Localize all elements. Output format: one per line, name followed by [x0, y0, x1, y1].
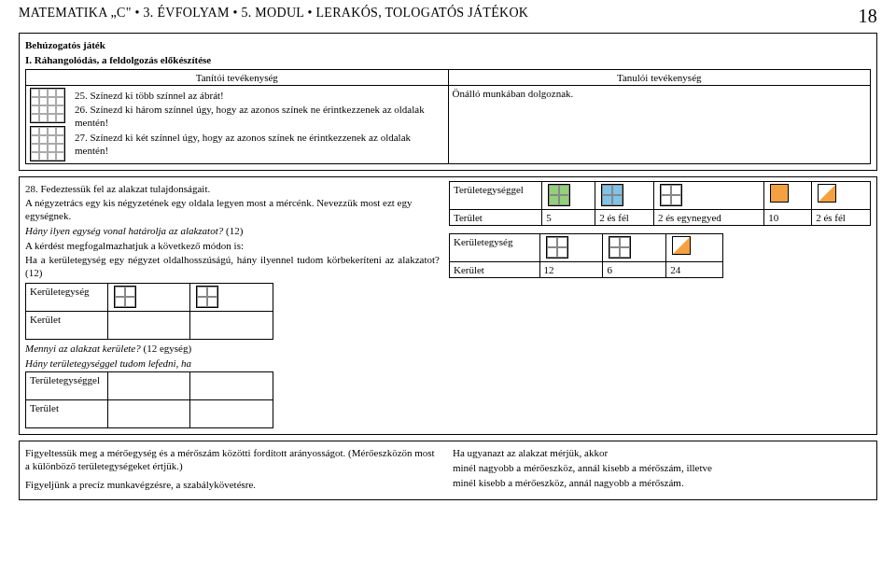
task-26: 26. Színezd ki három színnel úgy, hogy a… — [75, 104, 444, 130]
game-title: Behúzogatós játék — [25, 39, 871, 52]
s3-r3: minél kisebb a mérőeszköz, annál nagyobb… — [453, 477, 871, 490]
left-kerulet-table: Kerület — [25, 311, 273, 340]
s2-p3i: Hány ilyen egység vonal határolja az ala… — [25, 225, 223, 236]
s2-p7: Hány területegységgel tudom lefedni, ha — [25, 357, 440, 371]
shape-orange-sq — [764, 181, 812, 209]
s2-p4: A kérdést megfogalmazhatjuk a következő … — [25, 240, 440, 253]
shape-orange-tri — [812, 181, 871, 209]
s2-p6i: Mennyi az alakzat kerülete? — [25, 343, 141, 354]
grid-figure-1 — [30, 88, 65, 123]
s2-p2: A négyzetrács egy kis négyzetének egy ol… — [25, 197, 440, 223]
s2-p6r: (12 egység) — [141, 343, 191, 354]
task-27: 27. Színezd ki két színnel úgy, hogy az … — [75, 132, 444, 158]
section-2: 28. Fedeztessük fel az alakzat tulajdons… — [19, 176, 877, 436]
r-row3-label: Kerületegység — [449, 233, 539, 261]
shape-2x2 — [107, 283, 190, 311]
r-k2: 24 — [666, 261, 723, 277]
r-shape-a — [539, 233, 603, 261]
s3-r1: Ha ugyanazt az alakzat mérjük, akkor — [453, 447, 871, 460]
s3-left: Figyeltessük meg a mérőegység és a mérős… — [25, 445, 440, 493]
grid-figure-2 — [30, 126, 65, 161]
right-table-ker: Kerületegység Kerület 12 6 24 — [449, 233, 723, 278]
s3-right: Ha ugyanazt az alakzat mérjük, akkor min… — [453, 445, 871, 493]
r-row1-label: Területegységgel — [449, 181, 541, 209]
left-teregy-label: Területegységgel — [26, 372, 108, 400]
s3-l2: Figyeljünk a precíz munkavégzésre, a sza… — [25, 479, 440, 492]
left-kerulet-label: Kerület — [26, 311, 108, 339]
s3-r2: minél nagyobb a mérőeszköz, annál kisebb… — [453, 462, 871, 475]
r-k0: 12 — [539, 261, 603, 277]
left-terulet-table: Terület — [25, 399, 273, 428]
section-1: Behúzogatós játék I. Ráhangolódás, a fel… — [19, 33, 877, 171]
r-row2-label: Terület — [449, 209, 541, 225]
breadcrumb: MATEMATIKA „C" • 3. ÉVFOLYAM • 5. MODUL … — [19, 6, 528, 20]
r-v1: 2 és fél — [595, 209, 654, 225]
r-row4-label: Kerület — [449, 261, 539, 277]
s2-p1: 28. Fedeztessük fel az alakzat tulajdons… — [25, 183, 440, 196]
left-ker-egyseg-label: Kerületegység — [26, 283, 108, 311]
activity-table: Tanítói tevékenység Tanulói tevékenység — [25, 69, 871, 164]
s2-p6: Mennyi az alakzat kerülete? (12 egység) — [25, 343, 440, 356]
s3-l1: Figyeltessük meg a mérőegység és a mérős… — [25, 447, 440, 473]
shape-blue — [595, 181, 654, 209]
left-ker-egyseg-table: Kerületegység — [25, 283, 273, 312]
section2-right: Területegységgel Terület 5 2 és fél 2 és… — [449, 181, 871, 429]
task-25: 25. Színezd ki több színnel az ábrát! — [75, 90, 444, 103]
teacher-cell: 25. Színezd ki több színnel az ábrát! 26… — [26, 85, 449, 163]
s2-p5: Ha a kerületegység egy négyzet oldalhoss… — [25, 254, 440, 280]
section-3: Figyeltessük meg a mérőegység és a mérős… — [19, 441, 877, 499]
section-subtitle: I. Ráhangolódás, a feldolgozás előkészít… — [25, 54, 871, 67]
r-v3: 10 — [764, 209, 812, 225]
shape-green — [542, 181, 595, 209]
left-teruletegyseg-table: Területegységgel — [25, 371, 273, 400]
r-v2: 2 és egynegyed — [653, 209, 763, 225]
student-cell: Önálló munkában dolgoznak. — [448, 85, 871, 163]
student-heading: Tanulói tevékenység — [448, 69, 871, 85]
shape-plain — [653, 181, 763, 209]
teacher-heading: Tanítói tevékenység — [26, 69, 449, 85]
s2-p3: Hány ilyen egység vonal határolja az ala… — [25, 225, 440, 238]
page-header: MATEMATIKA „C" • 3. ÉVFOLYAM • 5. MODUL … — [19, 6, 877, 27]
r-shape-b — [603, 233, 666, 261]
r-v0: 5 — [542, 209, 595, 225]
page-number: 18 — [858, 6, 877, 27]
s2-p3r: (12) — [223, 225, 243, 236]
r-v4: 2 és fél — [812, 209, 871, 225]
r-shape-c — [666, 233, 723, 261]
section2-left: 28. Fedeztessük fel az alakzat tulajdons… — [25, 181, 440, 429]
right-table-area: Területegységgel Terület 5 2 és fél 2 és… — [449, 181, 871, 226]
left-ter-label: Terület — [26, 400, 108, 428]
r-k1: 6 — [603, 261, 666, 277]
shape-2x2-dash — [190, 283, 273, 311]
